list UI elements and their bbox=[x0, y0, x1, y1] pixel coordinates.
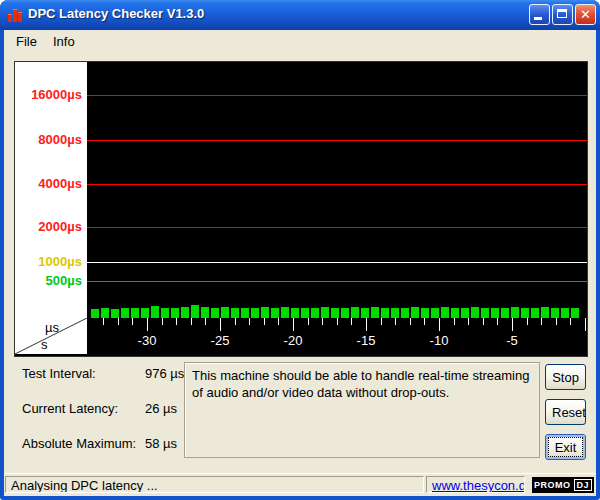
x-tick bbox=[410, 318, 411, 325]
latency-bar bbox=[431, 308, 439, 318]
latency-bar bbox=[571, 308, 579, 318]
close-button[interactable]: ✕ bbox=[575, 4, 596, 25]
x-tick bbox=[162, 318, 163, 325]
x-tick bbox=[249, 318, 250, 325]
latency-bar bbox=[361, 308, 369, 318]
current-latency-value: 26 µs bbox=[145, 401, 177, 416]
latency-bar bbox=[191, 305, 199, 318]
latency-bar bbox=[521, 308, 529, 318]
status-bar: Analysing DPC latency ... www.thesycon.d… bbox=[4, 473, 596, 496]
x-tick bbox=[395, 318, 396, 325]
latency-bar bbox=[91, 309, 99, 318]
x-axis-label: -5 bbox=[492, 333, 532, 348]
window-title: DPC Latency Checker V1.3.0 bbox=[28, 6, 204, 21]
latency-bar bbox=[101, 308, 109, 318]
latency-bar bbox=[341, 308, 349, 318]
x-tick bbox=[278, 318, 279, 325]
x-axis-label: -15 bbox=[346, 333, 386, 348]
menu-file[interactable]: File bbox=[8, 32, 45, 51]
menu-info[interactable]: Info bbox=[45, 32, 83, 51]
latency-bar bbox=[441, 307, 449, 318]
exit-button[interactable]: Exit bbox=[545, 434, 586, 460]
app-icon bbox=[7, 7, 23, 23]
gridline-4000 bbox=[87, 184, 587, 185]
x-axis-label: -25 bbox=[200, 333, 240, 348]
minimize-button[interactable] bbox=[529, 4, 550, 25]
x-tick bbox=[381, 318, 382, 325]
y-axis-label-2000: 2000µs bbox=[38, 219, 82, 234]
latency-bar bbox=[171, 308, 179, 318]
latency-bar bbox=[161, 308, 169, 318]
y-axis-labels: 16000µs8000µs4000µs2000µs1000µs500µs bbox=[15, 62, 87, 318]
maximize-button[interactable] bbox=[552, 4, 573, 25]
test-interval-label: Test Interval: bbox=[22, 366, 96, 381]
x-tick bbox=[147, 318, 148, 331]
latency-bar bbox=[141, 308, 149, 318]
x-tick bbox=[585, 318, 586, 331]
latency-bar bbox=[241, 308, 249, 318]
x-tick bbox=[191, 318, 192, 325]
x-tick bbox=[235, 318, 236, 325]
result-message: This machine should be able to handle re… bbox=[184, 362, 540, 458]
promodj-badge-right: DJ bbox=[574, 479, 593, 491]
latency-bar bbox=[311, 308, 319, 318]
gridline-8000 bbox=[87, 140, 587, 141]
y-axis-label-500: 500µs bbox=[46, 273, 82, 288]
x-axis: -30-25-20-15-10-5 bbox=[87, 318, 587, 354]
latency-bar bbox=[541, 307, 549, 318]
x-tick bbox=[483, 318, 484, 325]
link-panel: www.thesycon.de bbox=[426, 476, 525, 493]
close-icon: ✕ bbox=[576, 6, 595, 24]
stop-button[interactable]: Stop bbox=[545, 364, 586, 390]
x-tick bbox=[556, 318, 557, 325]
latency-chart: 16000µs8000µs4000µs2000µs1000µs500µs µs … bbox=[14, 61, 588, 357]
latency-bar bbox=[531, 308, 539, 318]
x-tick bbox=[424, 318, 425, 325]
y-axis-label-4000: 4000µs bbox=[38, 176, 82, 191]
x-tick bbox=[337, 318, 338, 325]
latency-bar bbox=[391, 308, 399, 318]
client-area: File Info 16000µs8000µs4000µs2000µs1000µ… bbox=[4, 30, 596, 496]
latency-bar bbox=[371, 307, 379, 318]
latency-bar bbox=[381, 308, 389, 318]
gridline-1000 bbox=[87, 262, 587, 263]
y-unit-label: µs bbox=[45, 320, 59, 335]
latency-bar bbox=[271, 308, 279, 318]
thesycon-link[interactable]: www.thesycon.de bbox=[432, 478, 525, 493]
latency-bar bbox=[211, 308, 219, 318]
gridline-500 bbox=[87, 281, 587, 282]
x-tick bbox=[351, 318, 352, 325]
latency-bar bbox=[481, 308, 489, 318]
latency-bar bbox=[491, 308, 499, 318]
x-tick bbox=[293, 318, 294, 331]
gridline-16000 bbox=[87, 95, 587, 96]
latency-bar bbox=[231, 308, 239, 318]
latency-bar bbox=[301, 308, 309, 318]
latency-bar bbox=[321, 307, 329, 318]
latency-bar bbox=[501, 308, 509, 318]
x-tick bbox=[220, 318, 221, 331]
latency-bar bbox=[291, 308, 299, 318]
latency-bar bbox=[561, 308, 569, 318]
latency-bar bbox=[401, 308, 409, 318]
x-tick bbox=[468, 318, 469, 325]
latency-bar bbox=[111, 309, 119, 318]
test-interval-value: 976 µs bbox=[145, 366, 184, 381]
x-axis-label: -20 bbox=[273, 333, 313, 348]
title-bar[interactable]: DPC Latency Checker V1.3.0 ✕ bbox=[0, 0, 600, 30]
absolute-maximum-label: Absolute Maximum: bbox=[22, 436, 136, 451]
x-tick bbox=[322, 318, 323, 325]
latency-bar bbox=[471, 307, 479, 318]
x-axis-label: -30 bbox=[127, 333, 167, 348]
current-latency-label: Current Latency: bbox=[22, 401, 118, 416]
latency-bar bbox=[451, 308, 459, 318]
latency-bar bbox=[351, 307, 359, 318]
promodj-badge[interactable]: PROMO DJ bbox=[532, 477, 594, 493]
latency-bar bbox=[411, 307, 419, 318]
y-axis-label-1000: 1000µs bbox=[38, 254, 82, 269]
gridline-2000 bbox=[87, 227, 587, 228]
x-tick bbox=[205, 318, 206, 325]
latency-bar bbox=[201, 307, 209, 318]
x-tick bbox=[512, 318, 513, 331]
reset-button[interactable]: Reset bbox=[545, 399, 586, 425]
